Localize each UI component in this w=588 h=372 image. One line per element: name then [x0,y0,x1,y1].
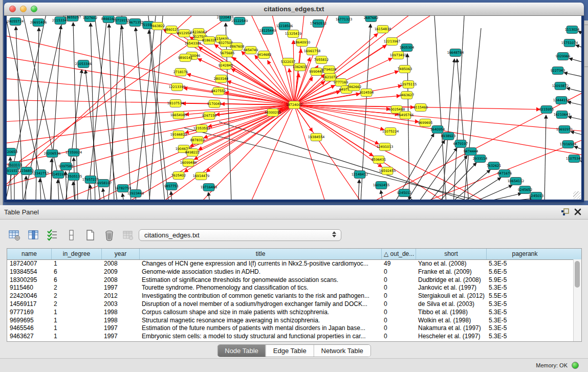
network-node[interactable]: 16154838 [375,26,391,33]
network-edge[interactable] [294,105,382,167]
network-edge[interactable] [51,159,52,200]
network-node[interactable]: 9245012 [397,189,411,197]
network-node[interactable]: 17359924 [66,149,82,157]
network-node[interactable]: 12975115 [400,81,417,89]
table-row[interactable]: 2242004622012Investigating the contribut… [7,292,581,300]
network-node[interactable]: 8427552 [211,87,226,95]
column-header-pagerank[interactable]: pagerank [486,249,563,259]
network-node[interactable]: 9245652 [518,186,532,194]
network-edge[interactable] [358,180,359,200]
network-node[interactable]: 2718176 [173,69,188,76]
table-cell[interactable]: Embryonic stem cells: a model to study s… [139,333,381,341]
column-icon[interactable] [65,229,77,241]
table-cell[interactable]: de Silva et al. (2003) [416,300,486,309]
network-node[interactable]: 7955812 [314,56,329,64]
tab-network-table[interactable]: Network Table [314,345,371,357]
network-node[interactable]: 9267150 [202,112,216,120]
table-cell[interactable]: Disruption of a novel member of a sodium… [139,300,381,309]
network-node[interactable]: 7663822 [150,23,165,30]
table-cell[interactable]: Jankovic et al. (1997) [416,284,486,292]
network-edge[interactable] [103,188,104,200]
network-node[interactable]: 16771323 [336,16,353,24]
network-edge[interactable] [564,73,581,78]
network-node[interactable]: 12218506 [276,23,293,30]
network-edge[interactable] [26,176,26,200]
table-cell[interactable]: 2008 [101,260,139,268]
network-node[interactable]: 1640954 [430,126,445,134]
network-node[interactable]: 9474444 [464,148,478,156]
network-node[interactable]: 18125449 [259,27,276,35]
network-node[interactable]: 12213967 [384,38,401,46]
resize-grip-icon[interactable] [573,191,581,199]
table-cell[interactable]: 1997 [101,324,139,333]
table-cell[interactable]: 5.6E-5 [486,268,563,276]
table-settings-icon[interactable] [8,229,20,241]
table-cell[interactable]: 9777169 [7,309,51,317]
table-cell[interactable]: 6 [51,276,101,285]
network-edge[interactable] [109,24,114,200]
network-node[interactable]: 10973493 [390,52,407,59]
network-node[interactable]: 9115460 [413,104,428,112]
network-edge[interactable] [7,105,294,192]
network-node[interactable]: 1805304 [400,44,414,52]
table-cell[interactable]: 0 [381,292,416,300]
select-rows-icon[interactable] [46,229,58,241]
network-node[interactable]: 2320653 [7,148,17,156]
table-cell[interactable]: 5.3E-5 [486,260,563,268]
table-cell[interactable]: 9463627 [7,333,51,341]
table-cell[interactable]: Estimation of significance thresholds fo… [139,276,381,285]
table-cell[interactable]: 1 [51,333,101,341]
network-edge[interactable] [580,161,581,165]
network-view-window[interactable]: citations_edges.txt 24055724206914062115… [4,3,584,202]
network-node[interactable]: 9397588 [59,163,73,170]
network-node[interactable]: 1113024 [565,26,579,34]
table-cell[interactable]: 2 [51,292,101,300]
network-node[interactable]: 2687682 [364,16,378,22]
scrollbar-thumb[interactable] [575,261,580,288]
table-cell[interactable]: Hescheler et al. (1997) [416,333,486,341]
citation-network-graph[interactable]: 2405572420691406211533461065525715276028… [7,16,581,200]
table-cell[interactable]: 0 [381,284,416,292]
network-node[interactable]: 8878312 [190,137,205,144]
table-cell[interactable]: 2 [51,300,101,309]
network-node[interactable]: 9463627 [400,92,414,99]
new-table-icon[interactable] [84,229,96,241]
table-cell[interactable]: 19384554 [7,268,51,276]
network-edge[interactable] [381,190,383,200]
network-edge[interactable] [90,185,91,200]
network-node[interactable]: 15122549 [231,17,248,25]
network-edge[interactable] [568,117,581,121]
network-edge[interactable] [568,102,581,106]
network-edge[interactable] [567,88,581,93]
table-cell[interactable]: Corpus callosum shape and size in male p… [139,309,381,317]
network-edge[interactable] [496,199,533,200]
table-cell[interactable]: 6 [51,268,101,276]
table-cell[interactable]: 1997 [101,333,139,341]
network-node[interactable]: 16961758 [304,48,321,55]
network-node[interactable]: 6794028 [322,66,336,74]
table-column-icon[interactable] [27,229,39,241]
table-cell[interactable]: 2008 [101,276,139,285]
table-cell[interactable]: 5.3E-5 [486,317,563,325]
network-node[interactable]: 16092455 [373,182,390,189]
attribute-table[interactable]: namein_degreeyeartitle△ out_de...shortpa… [7,248,582,342]
table-row[interactable]: 1872400712008Changes of HCN gene express… [7,260,581,268]
network-edge[interactable] [474,185,512,200]
network-node[interactable]: 9227343 [551,67,565,75]
network-canvas[interactable]: 2405572420691406211533461065525715276028… [7,16,581,200]
network-edge[interactable] [576,45,581,49]
table-row[interactable]: 969969511998Structural magnetic resonanc… [7,317,581,325]
table-cell[interactable]: Changes of HCN gene expression and I(f) … [139,260,381,268]
network-node[interactable]: 2933114 [473,155,487,163]
network-node[interactable]: 9699695 [418,119,432,127]
column-header-year[interactable]: year [101,249,139,259]
table-cell[interactable]: 0 [381,300,416,309]
table-cell[interactable]: 5.3E-5 [486,333,563,341]
column-header-in_degree[interactable]: in_degree [51,249,101,259]
network-node[interactable]: 16654985 [170,112,187,119]
table-cell[interactable]: 5.9E-5 [486,276,563,285]
network-node[interactable]: 19166829 [170,131,187,139]
network-node[interactable]: 1527602 [83,16,97,22]
network-edge[interactable] [293,40,294,105]
network-edge[interactable] [134,16,157,200]
